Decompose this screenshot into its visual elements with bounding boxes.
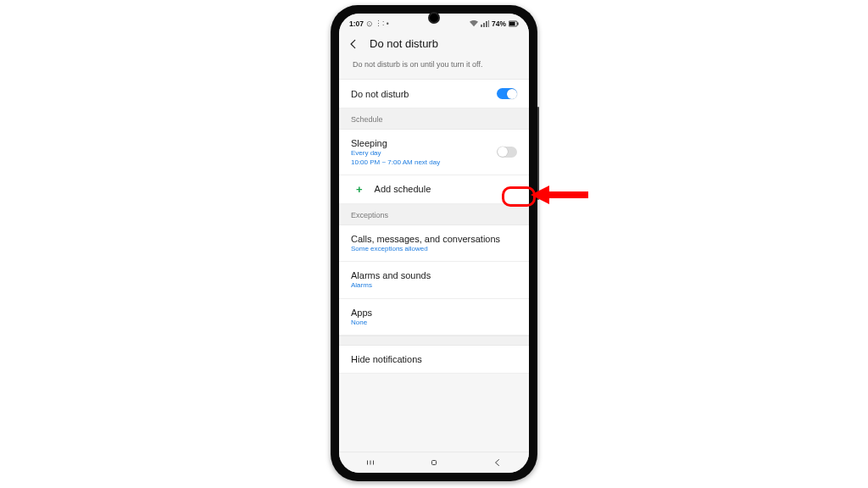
status-time: 1:07 (349, 19, 364, 28)
exceptions-section-header: Exceptions (339, 204, 529, 225)
android-navbar (339, 452, 529, 473)
screen: 1:07 ⊙ ⋮∶ • 74% Do not disturb Do not di… (339, 14, 529, 473)
status-left: 1:07 ⊙ ⋮∶ • (349, 19, 389, 28)
schedule-sleeping-hours: 10:00 PM ~ 7:00 AM next day (351, 158, 440, 166)
wifi-icon (470, 20, 478, 27)
page-title: Do not disturb (370, 37, 438, 50)
hide-notifications-row[interactable]: Hide notifications (339, 346, 529, 374)
back-nav-icon[interactable] (492, 458, 503, 468)
section-gap (339, 336, 529, 346)
svg-rect-2 (509, 22, 515, 25)
header: Do not disturb (339, 32, 529, 58)
camera-notch (428, 12, 440, 24)
svg-rect-3 (431, 461, 436, 465)
apps-row[interactable]: Apps None (339, 299, 529, 336)
back-icon[interactable] (348, 38, 359, 50)
alarms-label: Alarms and sounds (351, 270, 431, 280)
add-schedule-label: Add schedule (375, 184, 431, 194)
battery-text: 74% (492, 19, 506, 28)
add-schedule-row[interactable]: + Add schedule (339, 175, 529, 204)
plus-icon: + (356, 184, 363, 195)
status-notification-icons: ⊙ ⋮∶ • (366, 19, 389, 28)
schedule-sleeping-row[interactable]: Sleeping Every day 10:00 PM ~ 7:00 AM ne… (339, 130, 529, 175)
settings-list: Do not disturb Schedule Sleeping Every d… (339, 80, 529, 452)
alarms-sub: Alarms (351, 281, 431, 290)
dnd-toggle-label: Do not disturb (351, 89, 409, 99)
phone-frame: 1:07 ⊙ ⋮∶ • 74% Do not disturb Do not di… (331, 5, 537, 481)
battery-icon (509, 20, 519, 27)
annotation-arrow-icon (531, 182, 590, 208)
calls-row[interactable]: Calls, messages, and conversations Some … (339, 225, 529, 263)
recents-icon[interactable] (365, 458, 376, 468)
hide-notifications-label: Hide notifications (351, 354, 422, 364)
status-right: 74% (470, 19, 519, 28)
schedule-sleeping-toggle[interactable] (497, 147, 517, 158)
signal-icon (481, 20, 489, 27)
apps-label: Apps (351, 308, 372, 318)
schedule-sleeping-days: Every day (351, 149, 440, 158)
dnd-toggle[interactable] (497, 88, 517, 99)
svg-rect-1 (517, 23, 518, 25)
home-icon[interactable] (429, 458, 439, 468)
dnd-toggle-row[interactable]: Do not disturb (339, 80, 529, 108)
apps-sub: None (351, 319, 372, 327)
calls-sub: Some exceptions allowed (351, 245, 500, 253)
schedule-sleeping-label: Sleeping (351, 138, 440, 148)
calls-label: Calls, messages, and conversations (351, 234, 500, 244)
status-banner: Do not disturb is on until you turn it o… (339, 58, 529, 80)
alarms-row[interactable]: Alarms and sounds Alarms (339, 262, 529, 299)
schedule-section-header: Schedule (339, 108, 529, 130)
